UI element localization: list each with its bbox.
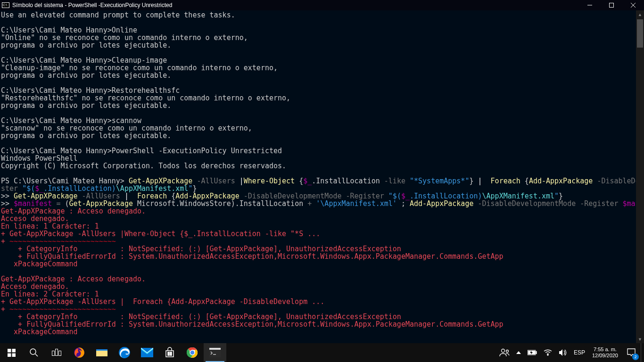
console-line — [1, 140, 636, 147]
file-explorer-taskbar-icon[interactable] — [91, 343, 113, 362]
console-output[interactable]: Use an elevated command prompt to comple… — [0, 10, 636, 343]
window-title: Símbolo del sistema - PowerShell -Execut… — [12, 2, 172, 8]
svg-rect-14 — [170, 352, 172, 354]
taskbar-right: ESP 7:55 a. m. 12/09/2020 2 — [496, 343, 644, 362]
svg-point-24 — [506, 350, 508, 353]
vertical-scrollbar[interactable]: ▲ ▼ — [636, 10, 644, 343]
svg-rect-4 — [12, 353, 15, 356]
console-line: Acceso denegado. — [1, 215, 636, 222]
svg-rect-7 — [56, 349, 58, 356]
svg-rect-3 — [8, 353, 11, 356]
console-line: "Restorehealthsfc" no se reconoce como u… — [1, 94, 636, 102]
mail-taskbar-icon[interactable] — [136, 343, 158, 362]
console-line: Get-AppXPackage : Acceso denegado. — [1, 207, 636, 215]
console-line: "scannow" no se reconoce como un comando… — [1, 124, 636, 132]
scroll-down-arrow[interactable]: ▼ — [636, 335, 644, 343]
console-line: + ~~~~~~~~~~~~~~~~~~~~~~~~~ — [1, 305, 636, 313]
console-line: >> $manifest = (Get-AppxPackage Microsof… — [1, 200, 636, 207]
console-line: C:\Users\Cami Mateo Hanny>Restorehealths… — [1, 87, 636, 94]
console-line: programa o archivo por lotes ejecutable. — [1, 41, 636, 49]
people-tray-icon[interactable] — [496, 343, 513, 362]
store-taskbar-icon[interactable] — [158, 343, 181, 362]
power-tray-icon[interactable] — [524, 343, 540, 362]
wifi-tray-icon[interactable] — [540, 343, 555, 362]
search-button[interactable] — [23, 343, 45, 362]
console-line: programa o archivo por lotes ejecutable. — [1, 132, 636, 140]
console-line: Acceso denegado. — [1, 283, 636, 290]
scroll-track[interactable] — [636, 18, 644, 335]
chrome-taskbar-icon[interactable] — [181, 343, 204, 362]
svg-rect-22 — [209, 348, 221, 350]
svg-point-5 — [30, 349, 36, 354]
start-button[interactable] — [0, 343, 23, 362]
svg-rect-13 — [168, 352, 169, 354]
console-line: Use an elevated command prompt to comple… — [1, 11, 636, 19]
console-body[interactable]: Use an elevated command prompt to comple… — [0, 10, 644, 343]
svg-rect-6 — [52, 351, 55, 356]
svg-rect-8 — [59, 351, 61, 356]
svg-point-20 — [190, 350, 195, 355]
cmd-icon: C:\ — [2, 2, 9, 8]
console-line: + Get-AppXPackage -AllUsers | Foreach {A… — [1, 298, 636, 305]
console-line: C:\Users\Cami Mateo Hanny>Online — [1, 26, 636, 34]
console-line: + CategoryInfo : NotSpecified: (:) [Get-… — [1, 313, 636, 321]
console-line: + CategoryInfo : NotSpecified: (:) [Get-… — [1, 245, 636, 253]
scroll-thumb[interactable] — [637, 19, 643, 48]
console-line: xPackageCommand — [1, 328, 636, 336]
firefox-taskbar-icon[interactable] — [68, 343, 91, 362]
console-line: En línea: 1 Carácter: 1 — [1, 222, 636, 230]
console-line: Copyright (C) Microsoft Corporation. Tod… — [1, 162, 636, 170]
console-line: programa o archivo por lotes ejecutable. — [1, 102, 636, 109]
svg-rect-10 — [96, 349, 107, 351]
svg-rect-2 — [12, 349, 15, 352]
svg-rect-16 — [170, 354, 172, 355]
svg-rect-26 — [536, 351, 537, 354]
clock[interactable]: 7:55 a. m. 12/09/2020 — [588, 343, 622, 362]
action-center-button[interactable]: 2 — [622, 343, 641, 362]
console-line: C:\Users\Cami Mateo Hanny>Cleanup-image — [1, 57, 636, 64]
console-line: "Cleanup-image" no se reconoce como un c… — [1, 64, 636, 72]
terminal-taskbar-icon[interactable] — [204, 343, 226, 362]
show-hidden-icons[interactable] — [513, 343, 524, 362]
svg-rect-0 — [610, 3, 614, 8]
console-line: programa o archivo por lotes ejecutable. — [1, 72, 636, 79]
clock-time: 7:55 a. m. — [594, 346, 617, 353]
console-line: ster "$($_.InstallLocation)\AppXManifest… — [1, 185, 636, 192]
console-line: xPackageCommand — [1, 260, 636, 268]
titlebar-left: C:\ Símbolo del sistema - PowerShell -Ex… — [0, 2, 172, 8]
console-line: + Get-AppXPackage -AllUsers |Where-Objec… — [1, 230, 636, 238]
taskbar-left — [0, 343, 226, 362]
svg-point-28 — [547, 354, 548, 355]
clock-date: 12/09/2020 — [592, 353, 618, 359]
language-indicator[interactable]: ESP — [570, 343, 588, 362]
console-line: En línea: 2 Carácter: 1 — [1, 290, 636, 298]
maximize-button[interactable] — [601, 0, 622, 10]
taskbar: ESP 7:55 a. m. 12/09/2020 2 — [0, 343, 644, 362]
console-line: Get-AppXPackage : Acceso denegado. — [1, 275, 636, 283]
powershell-window: C:\ Símbolo del sistema - PowerShell -Ex… — [0, 0, 644, 343]
svg-rect-15 — [168, 354, 169, 355]
scroll-up-arrow[interactable]: ▲ — [636, 10, 644, 18]
console-line: + ~~~~~~~~~~~~~~~~~~~~~~~~~ — [1, 238, 636, 245]
window-controls — [579, 0, 644, 10]
edge-taskbar-icon[interactable] — [113, 343, 136, 362]
close-button[interactable] — [622, 0, 644, 10]
show-desktop-button[interactable] — [641, 343, 644, 362]
notification-badge: 2 — [632, 354, 639, 360]
console-line: C:\Users\Cami Mateo Hanny>PowerShell -Ex… — [1, 147, 636, 155]
console-line: C:\Users\Cami Mateo Hanny>scannow — [1, 117, 636, 124]
volume-tray-icon[interactable] — [555, 343, 570, 362]
console-line: "Online" no se reconoce como un comando … — [1, 34, 636, 41]
console-line: + FullyQualifiedErrorId : System.Unautho… — [1, 253, 636, 260]
console-line — [1, 268, 636, 275]
minimize-button[interactable] — [579, 0, 601, 10]
titlebar[interactable]: C:\ Símbolo del sistema - PowerShell -Ex… — [0, 0, 644, 10]
console-line — [1, 170, 636, 177]
svg-rect-1 — [8, 349, 11, 352]
console-line — [1, 49, 636, 57]
task-view-button[interactable] — [45, 343, 68, 362]
console-line — [1, 19, 636, 26]
svg-point-23 — [501, 349, 504, 353]
console-line — [1, 109, 636, 117]
console-line: PS C:\Users\Cami Mateo Hanny> Get-AppXPa… — [1, 177, 636, 185]
